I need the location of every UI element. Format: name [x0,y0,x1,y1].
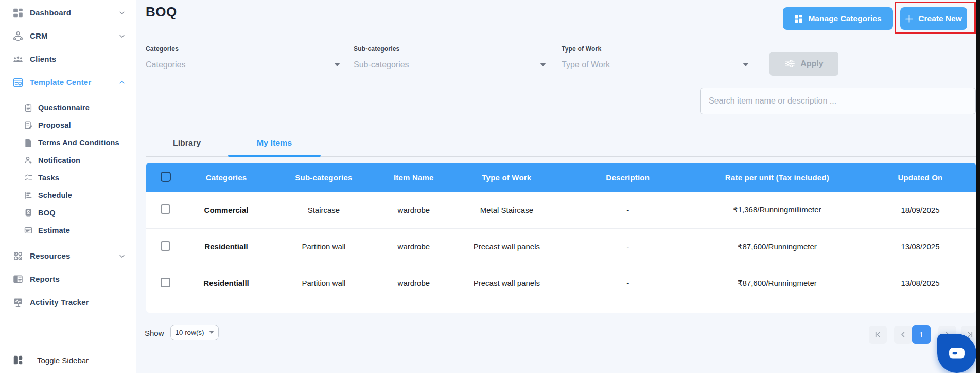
sidebar-item-clients[interactable]: Clients [0,47,136,71]
column-header-item-name: Item Name [380,163,448,192]
show-label: Show [145,329,164,337]
questionnaire-icon [24,103,33,112]
sidebar-item-boq[interactable]: BOQ [0,204,136,222]
sidebar-item-label: Questionnaire [38,104,90,112]
grid-icon [794,14,803,23]
sidebar-item-tasks[interactable]: Tasks [0,169,136,186]
create-new-label: Create New [918,14,961,23]
sidebar-item-crm[interactable]: CRM [0,24,136,47]
sidebar-nav: DashboardCRMClientsTemplate CenterQuesti… [0,0,136,314]
column-header-description: Description [566,163,690,192]
row-checkbox[interactable] [161,278,170,287]
tab-bar: LibraryMy Items [146,130,976,157]
categories-filter: Categories Categories [146,45,343,73]
tab-label: My Items [257,139,292,148]
sidebar-item-dashboard[interactable]: Dashboard [0,1,136,24]
cell-categories: Commercial [185,192,268,228]
column-header-type-of-work: Type of Work [447,163,566,192]
boq-icon [24,208,33,217]
sidebar-item-estimate[interactable]: Estimate [0,222,136,239]
sidebar-item-questionnaire[interactable]: Questionnaire [0,99,136,116]
row-checkbox[interactable] [161,204,170,214]
sidebar-item-schedule[interactable]: Schedule [0,186,136,204]
table-header-checkbox-cell [146,163,185,192]
notification-icon [24,156,33,165]
cell-description: - [566,265,690,301]
apply-button[interactable]: Apply [769,52,838,76]
sidebar-item-template-center[interactable]: Template Center [0,71,136,94]
sub-categories-filter: Sub-categories Sub-categories [354,45,549,73]
resources-icon [12,250,24,262]
dropdown-arrow-icon [743,63,749,66]
sidebar-item-label: Clients [30,55,56,63]
cell-rate-per-unit: ₹1,368/Runningmillimeter [690,192,865,228]
sidebar-item-label: Resources [30,251,71,260]
sidebar-item-label: Tasks [38,174,59,182]
cell-updated-on: 13/08/2025 [865,228,976,265]
clients-icon [12,54,24,65]
sub-categories-filter-label: Sub-categories [354,45,549,53]
search-box [700,88,976,114]
sidebar-item-resources[interactable]: Resources [0,244,136,267]
pagination-prev-button[interactable] [894,326,912,344]
page-title: BOQ [146,4,177,20]
dropdown-arrow-icon [540,63,546,66]
sidebar-item-activity-tracker[interactable]: Activity Tracker [0,291,136,314]
items-table: CategoriesSub-categoriesItem NameType of… [146,163,976,301]
rows-per-page-select[interactable]: 10 row(s) [170,325,219,340]
type-of-work-select[interactable]: Type of Work [562,57,752,73]
tasks-icon [24,173,33,182]
sidebar-item-label: CRM [30,31,48,40]
cell-categories: Residentialll [185,265,268,301]
table-row: CommercialStaircasewardrobeMetal Stairca… [146,192,976,228]
cell-type-of-work: Precast wall panels [447,265,566,301]
manage-categories-button[interactable]: Manage Categories [783,7,893,30]
pagination-first-button[interactable] [869,326,887,344]
tab-my-items[interactable]: My Items [228,130,321,156]
type-of-work-select-placeholder: Type of Work [562,60,610,70]
proposal-icon [24,121,33,130]
pagination-page-1[interactable]: 1 [912,325,931,344]
apply-label: Apply [800,59,823,69]
sidebar-item-label: Proposal [38,121,71,129]
dashboard-icon [12,7,24,19]
categories-select[interactable]: Categories [146,57,343,73]
chevron-down-icon [118,32,126,40]
tab-library[interactable]: Library [146,130,228,156]
rows-per-page-value: 10 row(s) [175,329,204,336]
sidebar-item-terms-and-conditions[interactable]: Terms And Conditions [0,134,136,151]
categories-filter-label: Categories [146,45,343,53]
cell-sub-categories: Staircase [267,192,380,228]
sidebar-item-label: Reports [30,275,60,283]
table-row: ResidentiallPartition wallwardrobePrecas… [146,228,976,265]
cell-item-name: wardrobe [380,228,448,265]
chevron-down-icon [118,9,126,16]
dropdown-arrow-icon [334,63,340,66]
sub-categories-select[interactable]: Sub-categories [354,57,549,73]
categories-select-placeholder: Categories [146,60,185,70]
column-header-categories: Categories [185,163,268,192]
sidebar-item-reports[interactable]: Reports [0,267,136,291]
type-of-work-filter: Type of Work Type of Work [562,45,752,73]
sidebar-item-label: BOQ [38,209,56,217]
sidebar-item-label: Estimate [38,226,70,234]
chat-widget-button[interactable] [937,334,976,373]
create-new-button[interactable]: Create New [900,7,967,30]
search-input[interactable] [700,88,976,114]
activity-tracker-icon [12,297,24,308]
toggle-sidebar-label: Toggle Sidebar [37,356,89,365]
sidebar-item-proposal[interactable]: Proposal [0,116,136,134]
first-page-icon [874,331,882,338]
column-header-sub-categories: Sub-categories [267,163,380,192]
row-checkbox-cell [146,265,185,301]
sidebar-item-notification[interactable]: Notification [0,151,136,169]
sliders-icon [784,59,795,68]
cell-updated-on: 13/08/2025 [865,265,976,301]
dropdown-arrow-icon [209,331,214,334]
row-checkbox[interactable] [161,241,170,251]
sidebar-item-label: Dashboard [30,8,71,17]
sidebar-item-label: Template Center [30,78,91,87]
toggle-sidebar-button[interactable]: Toggle Sidebar [12,354,89,366]
select-all-checkbox[interactable] [161,172,171,182]
cell-rate-per-unit: ₹87,600/Runningmeter [690,228,865,265]
